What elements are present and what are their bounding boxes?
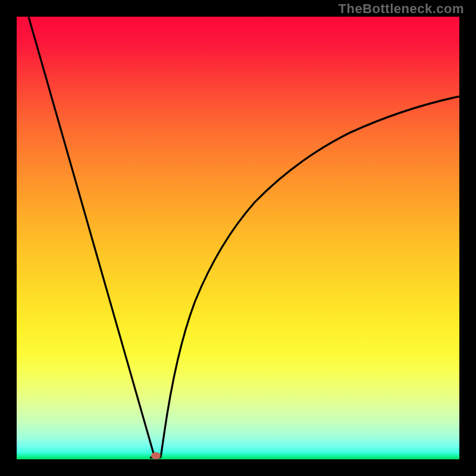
plot-area xyxy=(17,17,459,459)
chart-frame: TheBottleneck.com xyxy=(0,0,476,476)
bottleneck-curve xyxy=(17,17,459,459)
min-point-marker xyxy=(151,452,161,459)
curve-left-branch xyxy=(29,17,155,458)
watermark-text: TheBottleneck.com xyxy=(339,1,464,17)
curve-right-branch xyxy=(161,96,459,458)
